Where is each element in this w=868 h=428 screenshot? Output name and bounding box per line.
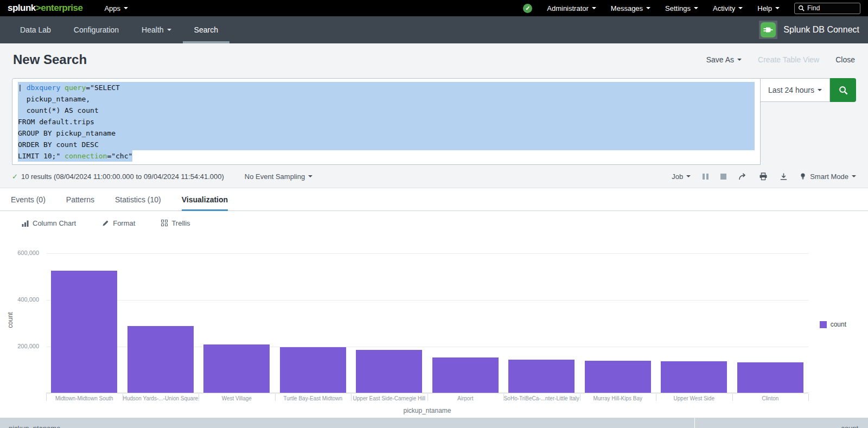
nav-item-search[interactable]: Search	[183, 16, 229, 43]
activity-menu[interactable]: Activity	[713, 4, 743, 12]
bar-2[interactable]	[127, 326, 194, 393]
bar-4[interactable]	[280, 347, 346, 393]
splunk-logo[interactable]: splunk>enterprise	[8, 3, 82, 14]
x-tick-label: Upper West Side	[656, 395, 732, 401]
time-range-label: Last 24 hours	[768, 86, 814, 94]
query-line: | dbxquery query="SELECT	[18, 82, 755, 93]
bar-10[interactable]	[737, 362, 803, 393]
tab-events[interactable]: Events (0)	[11, 188, 46, 210]
messages-menu[interactable]: Messages	[611, 4, 650, 12]
stop-button[interactable]	[720, 174, 726, 180]
search-mode-menu[interactable]: Smart Mode	[800, 173, 856, 181]
x-axis-tick	[351, 394, 352, 401]
x-axis-tick	[808, 394, 809, 401]
apps-menu[interactable]: Apps	[104, 4, 128, 12]
job-controls: Job Smart Mode	[672, 173, 856, 181]
statistics-table-header: pickup_ntaname count	[0, 418, 868, 428]
search-icon	[838, 85, 848, 95]
event-sampling-menu[interactable]: No Event Sampling	[245, 173, 312, 181]
find-search-box[interactable]	[794, 3, 860, 14]
bar-6[interactable]	[432, 357, 499, 393]
bar-7[interactable]	[508, 360, 575, 393]
share-button[interactable]	[738, 173, 747, 181]
administrator-menu[interactable]: Administrator	[547, 4, 596, 12]
save-as-button[interactable]: Save As	[706, 55, 742, 64]
x-tick-label: Clinton	[732, 395, 809, 401]
top-bar: splunk>enterprise Apps ✓ Administrator M…	[0, 0, 868, 16]
nav-label: Data Lab	[20, 25, 51, 34]
nav-item-health[interactable]: Health	[130, 16, 182, 43]
bar-9[interactable]	[661, 361, 727, 393]
nav-item-data-lab[interactable]: Data Lab	[9, 16, 62, 43]
bar-5[interactable]	[356, 350, 422, 393]
logo-enterprise-text: >enterprise	[36, 3, 83, 13]
header-actions: Save As Create Table View Close	[706, 55, 855, 64]
x-tick-label: Turtle Bay-East Midtown	[275, 395, 352, 401]
x-tick-label: Murray Hill-Kips Bay	[580, 395, 656, 401]
legend-item-count[interactable]: count	[820, 321, 846, 328]
query-line: LIMIT 10;" connection="chc"	[18, 150, 755, 162]
search-query-input[interactable]: | dbxquery query="SELECT pickup_ntaname,…	[12, 78, 761, 165]
pause-button[interactable]	[703, 174, 709, 180]
close-button[interactable]: Close	[835, 55, 855, 64]
legend-label: count	[831, 321, 846, 328]
close-label: Close	[835, 55, 855, 64]
chevron-down-icon	[308, 175, 312, 177]
apps-menu-label: Apps	[104, 4, 120, 12]
chevron-down-icon	[646, 7, 650, 9]
print-button[interactable]	[759, 173, 768, 181]
page-header: New Search Save As Create Table View Clo…	[0, 43, 868, 76]
create-table-view-label: Create Table View	[758, 55, 819, 64]
x-axis-tick	[123, 394, 123, 401]
chart-type-button[interactable]: Column Chart	[22, 219, 76, 227]
help-menu[interactable]: Help	[757, 4, 780, 12]
format-button[interactable]: Format	[102, 219, 135, 227]
create-table-view-button[interactable]: Create Table View	[758, 55, 819, 64]
results-summary: 10 results (08/04/2024 11:00:00.000 to 0…	[21, 173, 224, 181]
results-tabs: Events (0) Patterns Statistics (10) Visu…	[0, 188, 868, 211]
tab-statistics[interactable]: Statistics (10)	[115, 188, 161, 210]
bar-3[interactable]	[203, 344, 270, 393]
smart-mode-label: Smart Mode	[810, 173, 848, 181]
app-name: Splunk DB Connect	[783, 25, 859, 35]
tab-label: Events (0)	[11, 195, 46, 204]
bar-1[interactable]	[51, 271, 117, 393]
chevron-down-icon	[124, 7, 128, 9]
job-menu[interactable]: Job	[672, 173, 691, 181]
settings-menu-label: Settings	[665, 4, 691, 12]
x-axis-tick	[199, 394, 199, 401]
bar-8[interactable]	[585, 361, 651, 393]
chevron-down-icon	[167, 29, 171, 31]
format-label: Format	[113, 219, 135, 227]
trellis-button[interactable]: Trellis	[161, 219, 190, 227]
chevron-down-icon	[592, 7, 596, 9]
column-header-count[interactable]: count	[694, 418, 868, 428]
tab-label: Patterns	[66, 195, 94, 204]
settings-menu[interactable]: Settings	[665, 4, 698, 12]
time-range-picker[interactable]: Last 24 hours	[761, 78, 830, 102]
save-as-label: Save As	[706, 55, 734, 64]
tab-patterns[interactable]: Patterns	[66, 188, 94, 210]
x-tick-label: West Village	[199, 395, 275, 401]
nav-item-configuration[interactable]: Configuration	[62, 16, 130, 43]
nav-label: Search	[194, 25, 218, 34]
find-input[interactable]	[807, 4, 851, 12]
y-tick-label: 200,000	[0, 343, 39, 349]
column-header-pickup-ntaname[interactable]: pickup_ntaname	[0, 418, 694, 428]
health-status-icon[interactable]: ✓	[523, 4, 532, 13]
tab-visualization[interactable]: Visualization	[182, 188, 228, 210]
stop-icon	[720, 174, 726, 180]
x-tick-label: Hudson Yards-...-Union Square	[123, 395, 199, 401]
results-bar: ✓ 10 results (08/04/2024 11:00:00.000 to…	[0, 165, 868, 188]
app-identity[interactable]: Splunk DB Connect	[759, 16, 859, 43]
export-button[interactable]	[780, 173, 788, 181]
x-tick-label: Midtown-Midtown South	[46, 395, 123, 401]
x-axis-tick	[503, 394, 504, 401]
nav-label: Configuration	[74, 25, 119, 34]
messages-menu-label: Messages	[611, 4, 643, 12]
chart-type-label: Column Chart	[33, 219, 76, 227]
x-tick-label: SoHo-TriBeCa-...nter-Little Italy	[503, 395, 580, 401]
query-line: ORDER BY count DESC	[18, 139, 755, 150]
x-tick-label: Airport	[427, 395, 504, 401]
search-button[interactable]	[830, 78, 856, 102]
